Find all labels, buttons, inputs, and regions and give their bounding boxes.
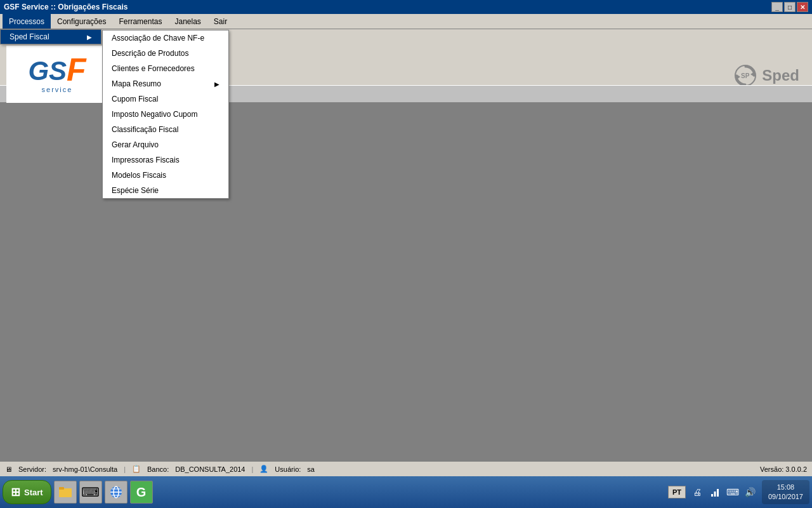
svg-text:SP: SP [741, 72, 750, 79]
processos-dropdown: Sped Fiscal ▶ Associação de Chave NF-e D… [0, 29, 102, 44]
sped-logo: SP Sped [734, 64, 799, 87]
usuario-value: sa [307, 465, 315, 473]
classif-fiscal-item[interactable]: Classificação Fiscal [103, 122, 228, 137]
taskbar-icon-3[interactable] [105, 481, 128, 504]
server-label: Servidor: [18, 465, 46, 473]
sped-fiscal-submenu: Associação de Chave NF-e Descrição de Pr… [102, 30, 229, 199]
close-button[interactable]: ✕ [797, 2, 808, 12]
imposto-neg-item[interactable]: Imposto Negativo Cupom [103, 107, 228, 122]
clock-area[interactable]: 15:08 09/10/2017 [762, 480, 809, 505]
arrow-icon: ▶ [87, 34, 92, 41]
menu-processos[interactable]: Processos [3, 14, 51, 29]
title-bar-controls: _ □ ✕ [771, 2, 808, 12]
menu-ferramentas[interactable]: Ferramentas [112, 14, 168, 29]
start-button[interactable]: ⊞ Start [3, 480, 51, 504]
assoc-chave-item[interactable]: Associação de Chave NF-e [103, 30, 228, 46]
window-title: GSF Service :: Obrigações Fiscais [4, 3, 128, 11]
taskbar-icon-4[interactable]: G [130, 481, 153, 504]
db-icon: 📋 [132, 465, 141, 473]
g-icon: G [136, 485, 147, 500]
volume-icon[interactable]: 🔊 [744, 486, 757, 498]
clock-date: 09/10/2017 [768, 492, 803, 502]
impressoras-item[interactable]: Impressoras Fiscais [103, 152, 228, 168]
mapa-arrow-icon: ▶ [214, 81, 219, 88]
version-text: Versão: 3.0.0.2 [760, 465, 807, 473]
clientes-fornec-item[interactable]: Clientes e Fornecedores [103, 61, 228, 76]
service-label: service [42, 86, 73, 93]
banco-label: Banco: [147, 465, 169, 473]
logo-area: G S F service [6, 46, 108, 103]
svg-rect-4 [59, 488, 72, 497]
svg-rect-13 [717, 489, 719, 497]
gsf-logo-s: S [49, 58, 67, 84]
maximize-button[interactable]: □ [784, 2, 796, 12]
terminal-icon: ⌨ [81, 485, 100, 500]
gsf-logo-f: F [67, 56, 86, 84]
server-value: srv-hmg-01\Consulta [53, 465, 117, 473]
status-bar: 🖥 Servidor: srv-hmg-01\Consulta | 📋 Banc… [0, 461, 812, 476]
gerar-arquivo-item[interactable]: Gerar Arquivo [103, 137, 228, 152]
clock-time: 15:08 [768, 483, 803, 492]
sped-fiscal-menuitem[interactable]: Sped Fiscal ▶ [1, 30, 101, 44]
windows-logo: ⊞ [11, 485, 20, 499]
lang-button[interactable]: PT [668, 486, 686, 498]
sped-icon: SP [734, 64, 757, 87]
svg-rect-5 [59, 487, 64, 490]
mapa-resumo-item[interactable]: Mapa Resumo ▶ [103, 76, 228, 91]
svg-marker-2 [737, 74, 740, 79]
user-icon: 👤 [259, 465, 268, 473]
svg-rect-11 [711, 494, 713, 497]
start-label: Start [24, 488, 43, 497]
menu-janelas[interactable]: Janelas [168, 14, 207, 29]
taskbar-right: PT 🖨 ⌨ 🔊 15:08 09/10/2017 [668, 480, 809, 505]
modelos-fiscais-item[interactable]: Modelos Fiscais [103, 168, 228, 183]
svg-marker-1 [750, 72, 754, 77]
network-icon[interactable] [709, 486, 721, 498]
separator1: | [124, 465, 126, 473]
taskbar: ⊞ Start ⌨ G PT 🖨 [0, 476, 812, 508]
menu-configuracoes[interactable]: Configurações [51, 14, 112, 29]
menu-sair[interactable]: Sair [207, 14, 233, 29]
server-icon: 🖥 [5, 465, 12, 473]
separator2: | [252, 465, 254, 473]
title-bar: GSF Service :: Obrigações Fiscais _ □ ✕ [0, 0, 812, 14]
taskbar-icon-1[interactable] [54, 481, 77, 504]
minimize-button[interactable]: _ [771, 2, 783, 12]
printer-icon[interactable]: 🖨 [691, 486, 704, 498]
svg-rect-12 [714, 491, 716, 497]
browser-icon [108, 485, 124, 500]
usuario-label: Usuário: [275, 465, 301, 473]
desc-produtos-item[interactable]: Descrição de Produtos [103, 46, 228, 61]
cupom-fiscal-item[interactable]: Cupom Fiscal [103, 91, 228, 107]
keyboard-icon[interactable]: ⌨ [726, 486, 739, 498]
sped-text: Sped [762, 67, 799, 84]
gsf-logo-g: G [28, 58, 49, 84]
banco-value: DB_CONSULTA_2014 [175, 465, 245, 473]
taskbar-icon-2[interactable]: ⌨ [79, 481, 102, 504]
menu-bar: Processos Configurações Ferramentas Jane… [0, 14, 812, 29]
especie-serie-item[interactable]: Espécie Série [103, 183, 228, 198]
folder-icon [58, 485, 73, 500]
